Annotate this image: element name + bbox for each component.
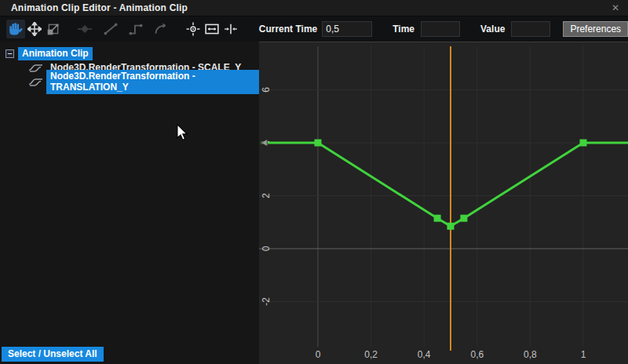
fit-width-box-icon [205,22,219,36]
main-area: − Animation Clip Node3D.RenderTransforma… [0,42,628,364]
y-tick-label: 6 [261,87,272,93]
keyframe-marker[interactable] [460,215,467,222]
keyframe-marker[interactable] [580,140,587,147]
tree-row-translation-y[interactable]: Node3D.RenderTransformation - TRANSLATIO… [0,75,259,89]
title-bar: Animation Clip Editor - Animation Clip ✕ [0,0,628,16]
linear-interpolation-button[interactable] [101,20,120,38]
scale-region-icon [46,22,60,36]
y-tick-label: -2 [261,297,272,306]
fit-selection-button[interactable] [221,20,240,38]
time-label: Time [392,24,414,35]
window-title: Animation Clip Editor - Animation Clip [0,2,188,13]
current-time-input[interactable] [322,21,372,37]
add-keyframe-button[interactable] [76,20,95,38]
x-tick-label: 1 [581,349,586,360]
fit-horizontal-button[interactable] [203,20,221,38]
keyframe-marker[interactable] [447,223,455,230]
curve-channel-icon [28,77,44,87]
hand-icon [9,22,23,36]
collapse-expander-icon[interactable]: − [5,49,14,58]
curve-channel-icon [28,63,44,73]
keyframe-marker[interactable] [315,140,322,147]
keyframe-marker[interactable] [434,215,441,222]
x-tick-label: 0,8 [524,349,537,360]
preferences-button[interactable]: Preferences [563,21,628,37]
crosshair-icon [186,22,200,36]
select-unselect-all-button[interactable]: Select / Unselect All [2,347,104,362]
tree-root-label[interactable]: Animation Clip [18,47,93,60]
value-label: Value [480,24,505,35]
value-input[interactable] [511,21,550,37]
tree-item-label[interactable]: Node3D.RenderTransformation - TRANSLATIO… [46,70,259,94]
current-time-label: Current Time [259,24,317,35]
x-tick-label: 0,2 [364,349,378,360]
x-tick-label: 0,4 [418,349,431,360]
mouse-cursor-icon [176,124,188,141]
pan-tool-button[interactable] [6,20,25,38]
move-tool-button[interactable] [25,20,44,38]
move-arrows-icon [27,22,42,36]
y-tick-label: 0 [261,246,272,251]
x-tick-label: 0 [316,349,321,360]
toolbar: Current Time Time Value Preferences [0,16,628,42]
smooth-curve-icon [153,22,169,36]
step-interpolation-button[interactable] [126,20,145,38]
curve-plot[interactable]: 00,20,40,60,816420-2 [259,42,628,364]
zoom-region-tool-button[interactable] [44,20,63,38]
keyframe-diamond-icon [78,22,92,36]
focus-keyframe-button[interactable] [184,20,203,38]
animation-clip-editor-window: Animation Clip Editor - Animation Clip ✕ [0,0,628,364]
animation-curve[interactable] [261,143,628,226]
fit-width-arrows-icon [224,22,238,36]
close-icon[interactable]: ✕ [609,2,622,13]
curve-editor-canvas[interactable]: 00,20,40,60,816420-2 [259,42,628,364]
time-input[interactable] [421,21,460,37]
y-tick-label: 2 [261,193,272,198]
x-tick-label: 0,6 [470,349,484,360]
smooth-interpolation-button[interactable] [152,20,170,38]
step-curve-icon [128,22,144,36]
tree-row-animation-clip[interactable]: − Animation Clip [0,46,259,60]
curve-tree-panel: − Animation Clip Node3D.RenderTransforma… [0,42,259,364]
linear-curve-icon [103,22,119,36]
